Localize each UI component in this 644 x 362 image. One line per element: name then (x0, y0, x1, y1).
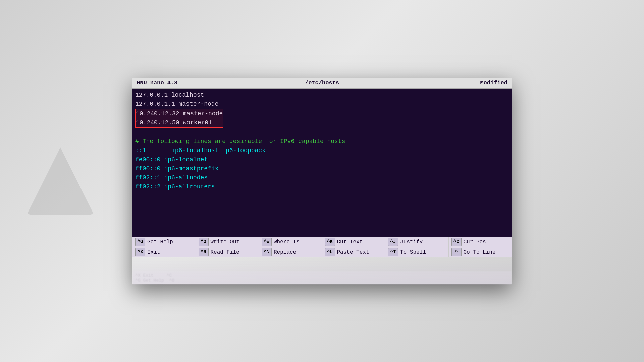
shortcut-group-4: ^K Cut Text ^U Paste Text (322, 237, 386, 257)
shortcut-to-spell[interactable]: ^T To Spell (385, 247, 448, 257)
shortcut-write-out[interactable]: ^O Write Out (196, 237, 259, 247)
label-to-spell: To Spell (400, 248, 426, 256)
reflection: ^X Exit ^C ^G Get Help ^O (132, 257, 512, 284)
modified-status: Modified (384, 79, 507, 87)
shortcut-group-1: ^G Get Help ^X Exit (132, 237, 196, 257)
shortcut-group-3: ^W Where Is ^\ Replace (259, 237, 322, 257)
line-6: # The following lines are desirable for … (135, 137, 509, 146)
shortcut-group-6: ^C Cur Pos ^ Go To Line (449, 237, 512, 257)
line-8: fe00::0 ip6-localnet (135, 155, 509, 164)
line-3: 10.240.12.32 master-node (136, 109, 223, 118)
key-justify: ^J (388, 238, 398, 246)
line-7: ::1 ip6-localhost ip6-loopback (135, 146, 509, 155)
key-go-to-line: ^ (451, 248, 462, 256)
label-justify: Justify (400, 238, 423, 246)
shortcut-justify[interactable]: ^J Justify (385, 237, 448, 247)
shortcut-group-5: ^J Justify ^T To Spell (385, 237, 449, 257)
shortcut-bar: ^G Get Help ^X Exit ^O Write Out ^R Read… (132, 237, 512, 257)
label-cur-pos: Cur Pos (464, 238, 486, 246)
key-replace: ^\ (262, 248, 272, 256)
key-read-file: ^R (199, 248, 209, 256)
editor-area[interactable]: 127.0.0.1 localhost 127.0.0.1.1 master-n… (132, 89, 512, 237)
nano-version: GNU nano 4.8 (137, 79, 260, 87)
shortcut-exit[interactable]: ^X Exit (132, 247, 196, 257)
line-5 (135, 128, 509, 137)
label-where-is: Where Is (274, 238, 300, 246)
label-paste-text: Paste Text (337, 248, 369, 256)
shortcut-go-to-line[interactable]: ^ Go To Line (449, 247, 512, 257)
label-write-out: Write Out (211, 238, 239, 246)
shortcut-cur-pos[interactable]: ^C Cur Pos (449, 237, 512, 247)
key-paste-text: ^U (325, 248, 335, 256)
key-exit: ^X (135, 248, 145, 256)
line-2: 127.0.0.1.1 master-node (135, 100, 509, 109)
label-get-help: Get Help (147, 238, 173, 246)
shortcut-cut-text[interactable]: ^K Cut Text (322, 237, 385, 247)
line-empty-1 (135, 191, 509, 200)
line-11: ff02::2 ip6-allrouters (135, 182, 509, 191)
key-cut-text: ^K (325, 238, 335, 246)
terminal-body: GNU nano 4.8 /etc/hosts Modified 127.0.0… (132, 78, 512, 258)
key-to-spell: ^T (388, 248, 398, 256)
line-4: 10.240.12.50 worker01 (136, 118, 223, 127)
title-bar: GNU nano 4.8 /etc/hosts Modified (132, 78, 512, 89)
label-replace: Replace (274, 248, 296, 256)
shortcut-get-help[interactable]: ^G Get Help (132, 237, 196, 247)
line-1: 127.0.0.1 localhost (135, 90, 509, 100)
line-empty-2 (135, 200, 509, 209)
shortcut-read-file[interactable]: ^R Read File (196, 247, 259, 257)
shortcut-replace[interactable]: ^\ Replace (259, 247, 322, 257)
shortcut-paste-text[interactable]: ^U Paste Text (322, 247, 385, 257)
key-get-help: ^G (135, 238, 145, 246)
key-where-is: ^W (262, 238, 272, 246)
label-go-to-line: Go To Line (464, 248, 496, 256)
label-exit: Exit (147, 248, 160, 256)
shortcut-where-is[interactable]: ^W Where Is (259, 237, 322, 247)
key-cur-pos: ^C (451, 238, 462, 246)
line-10: ff02::1 ip6-allnodes (135, 173, 509, 182)
label-cut-text: Cut Text (337, 238, 363, 246)
shortcut-group-2: ^O Write Out ^R Read File (196, 237, 259, 257)
reflection-content: ^X Exit ^C ^G Get Help ^O (132, 272, 512, 284)
key-write-out: ^O (199, 238, 209, 246)
filename: /etc/hosts (260, 79, 384, 87)
line-empty-3 (135, 209, 509, 219)
terminal-window: GNU nano 4.8 /etc/hosts Modified 127.0.0… (132, 78, 512, 285)
selected-block: 10.240.12.32 master-node 10.240.12.50 wo… (135, 109, 223, 128)
label-read-file: Read File (211, 248, 239, 256)
line-9: ff00::0 ip6-mcastprefix (135, 164, 509, 173)
